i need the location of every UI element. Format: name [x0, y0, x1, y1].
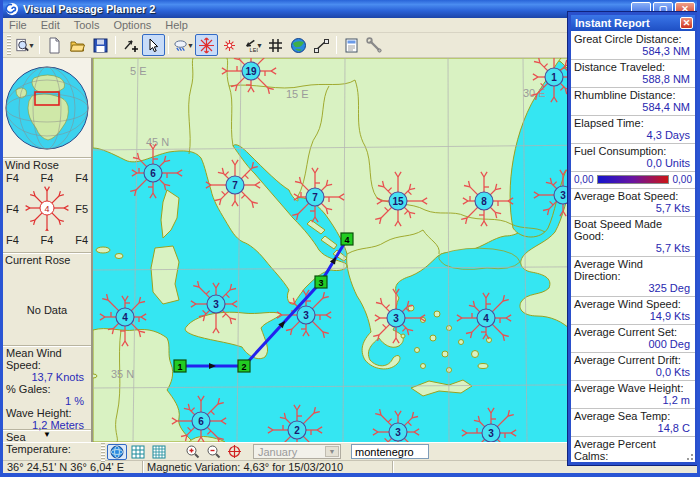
current-rose-title: Current Rose — [5, 254, 89, 266]
report-item-value: 1,2 m — [574, 394, 692, 406]
print-preview-button[interactable]: ▼ — [13, 34, 36, 56]
report-item-value: 588,8 NM — [574, 73, 692, 85]
zoom-extents-button[interactable] — [224, 444, 244, 460]
svg-text:19: 19 — [245, 66, 257, 77]
chevron-down-icon: ▼ — [325, 446, 339, 457]
svg-text:3: 3 — [560, 190, 566, 201]
wind-rose-force-label: F5 — [70, 203, 89, 215]
toolbar-grip[interactable] — [7, 35, 11, 55]
window-title: Visual Passage Planner 2 — [23, 3, 629, 15]
svg-text:15: 15 — [392, 196, 404, 207]
route-tool-button[interactable] — [310, 34, 333, 56]
menu-item-options[interactable]: Options — [113, 19, 151, 31]
stat-label: Wave Height: — [6, 407, 88, 419]
report-item: Elapsed Time: 4,3 Days — [571, 116, 695, 144]
grid-icon — [267, 37, 284, 54]
waypoint-marker[interactable]: 1 — [174, 360, 186, 372]
report-item-value: 0,0 Kts — [574, 366, 692, 378]
grid-mode-1-button[interactable] — [128, 444, 148, 460]
current-rose-status: No Data — [5, 304, 89, 316]
open-folder-icon — [69, 37, 86, 54]
menu-item-tools[interactable]: Tools — [74, 19, 100, 31]
toolbar-separator — [336, 36, 337, 54]
toolbar-separator — [168, 36, 169, 54]
wind-rose-toggle-button[interactable] — [195, 34, 218, 56]
grid-toggle-button[interactable] — [264, 34, 287, 56]
report-item: Average Wind Direction: 325 Deg — [571, 257, 695, 297]
overview-globe[interactable] — [3, 58, 91, 158]
report-item-value: 0,0 Units — [574, 157, 692, 169]
stat-label: Mean Wind Speed: — [6, 347, 88, 371]
instant-report-close-icon[interactable]: ✕ — [680, 17, 693, 29]
new-document-button[interactable] — [43, 34, 66, 56]
magnetic-variation-status: Magnetic Variation: 4,63° for 15/03/2010 — [143, 461, 393, 473]
select-cursor-button[interactable] — [142, 34, 165, 56]
globe-mode-icon — [110, 445, 124, 459]
report-item-value: 14,9 Kts — [574, 310, 692, 322]
dropdown-arrow-icon: ▼ — [28, 42, 35, 49]
report-item: Average Wave Height: 1,2 m — [571, 381, 695, 409]
save-file-button[interactable] — [89, 34, 112, 56]
grid-mode-2-icon — [152, 445, 166, 459]
report-item-value: 4,3 Days — [574, 129, 692, 141]
wind-rose-force-label: F4 — [5, 234, 24, 246]
report-item-label: Average Current Drift: — [574, 354, 692, 366]
current-overlay-button[interactable]: LEC ▼ — [241, 34, 264, 56]
open-file-button[interactable] — [66, 34, 89, 56]
fuel-scale: 0,00 0,00 — [571, 172, 695, 189]
zoom-extents-icon — [227, 444, 242, 459]
wind-rose-force-label: F4 — [24, 172, 70, 184]
report-view-button[interactable] — [340, 34, 363, 56]
graticule-label: 35 N — [111, 368, 134, 380]
svg-text:3: 3 — [303, 310, 309, 321]
report-item-label: Average Wave Height: — [574, 382, 692, 394]
waypoint-marker[interactable]: 4 — [341, 233, 353, 245]
instant-report-title: Instant Report — [575, 17, 680, 29]
report-item-label: Average Current Set: — [574, 326, 692, 338]
report-item: Average Boat Speed: 5,7 Kts — [571, 189, 695, 217]
resize-grip-icon[interactable] — [683, 450, 695, 462]
svg-text:4: 4 — [44, 204, 49, 214]
waypoint-marker[interactable]: 3 — [315, 276, 327, 288]
wind-rose-small-icon — [221, 37, 238, 54]
menu-item-help[interactable]: Help — [165, 19, 188, 31]
wind-rose-force-label: F4 — [70, 234, 89, 246]
toolbar-grip[interactable] — [101, 442, 105, 462]
add-waypoint-button[interactable] — [119, 34, 142, 56]
svg-text:4: 4 — [344, 235, 349, 245]
grid-mode-2-button[interactable] — [149, 444, 169, 460]
wind-rose-small-button[interactable] — [218, 34, 241, 56]
waypoint-marker[interactable]: 2 — [238, 360, 250, 372]
menu-item-file[interactable]: File — [9, 19, 27, 31]
instant-report-titlebar[interactable]: Instant Report ✕ — [571, 15, 695, 31]
report-item-label: Boat Speed Made Good: — [574, 218, 692, 242]
zoom-out-button[interactable] — [203, 444, 223, 460]
wind-rose-force-label: F4 — [70, 172, 89, 184]
save-disk-icon — [92, 37, 109, 54]
zoom-out-icon — [206, 444, 221, 459]
svg-text:4: 4 — [483, 313, 489, 324]
report-item: Great Circle Distance: 584,3 NM — [571, 32, 695, 60]
menu-item-edit[interactable]: Edit — [41, 19, 60, 31]
svg-text:1: 1 — [177, 362, 182, 372]
zoom-in-button[interactable] — [182, 444, 202, 460]
report-item-label: Average Percent Calms: — [574, 438, 692, 462]
toolbar-separator — [39, 36, 40, 54]
month-select[interactable]: January ▼ — [253, 444, 341, 459]
vessel-name-input[interactable] — [351, 444, 429, 459]
wind-rose-icon — [198, 37, 215, 54]
instant-report-panel[interactable]: Instant Report ✕ Great Circle Distance: … — [568, 12, 698, 465]
svg-text:7: 7 — [232, 180, 238, 191]
report-item-label: Rhumbline Distance: — [574, 89, 692, 101]
sidebar-scroll-down-icon[interactable]: ▼ — [3, 430, 91, 442]
globe-mode-button[interactable] — [107, 444, 127, 460]
svg-text:4: 4 — [122, 312, 128, 323]
report-item-label: Great Circle Distance: — [574, 33, 692, 45]
globe-view-button[interactable] — [287, 34, 310, 56]
weather-overlay-button[interactable]: ▼ — [172, 34, 195, 56]
settings-wrench-button[interactable] — [363, 34, 386, 56]
report-document-icon — [343, 37, 360, 54]
report-item-value: 584,4 NM — [574, 101, 692, 113]
svg-text:7: 7 — [312, 192, 318, 203]
report-item: Average Sea Temp: 14,8 C — [571, 409, 695, 437]
